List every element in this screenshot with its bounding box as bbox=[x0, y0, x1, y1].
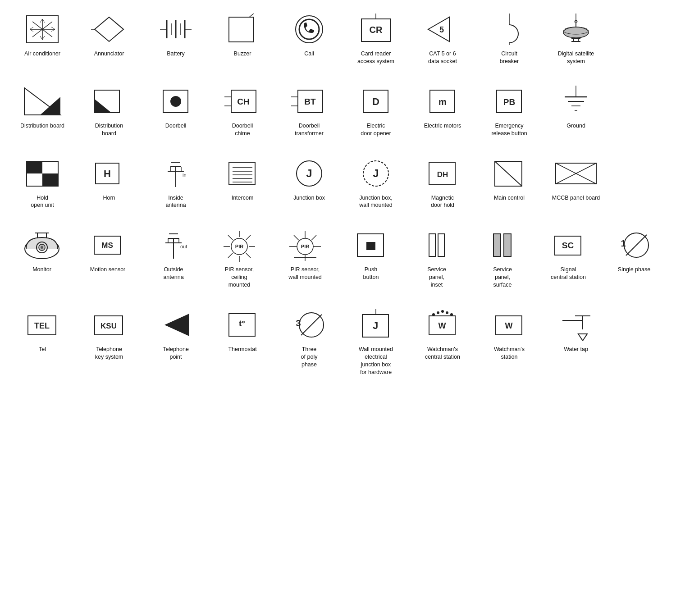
water-tap-label: Water tap bbox=[564, 346, 588, 353]
svg-text:H: H bbox=[104, 168, 111, 179]
three-poly-icon: 3 bbox=[284, 307, 334, 343]
symbol-tel: TEL Tel bbox=[9, 305, 76, 379]
svg-text:t°: t° bbox=[239, 319, 245, 328]
distribution-board-1-icon bbox=[18, 83, 67, 119]
symbol-junction-box-wall: J Junction box,wall mounted bbox=[343, 153, 409, 212]
svg-rect-136 bbox=[504, 234, 511, 256]
emergency-release-icon: PB bbox=[484, 83, 534, 119]
symbol-call: Call bbox=[276, 9, 343, 68]
svg-line-120 bbox=[246, 235, 251, 240]
symbol-main-control: Main control bbox=[476, 153, 543, 212]
doorbell-chime-icon: CH bbox=[218, 83, 267, 119]
symbol-electric-door: D Electricdoor opener bbox=[343, 81, 409, 140]
symbol-motion-sensor: MS Motion sensor bbox=[75, 225, 141, 291]
single-phase-label: Single phase bbox=[618, 266, 650, 274]
electric-door-icon: D bbox=[351, 83, 401, 119]
intercom-icon bbox=[218, 155, 267, 192]
row-2: Distribution board Distributionboard bbox=[9, 81, 667, 140]
svg-rect-132 bbox=[366, 242, 375, 250]
svg-point-47 bbox=[170, 96, 181, 107]
svg-marker-168 bbox=[578, 334, 587, 341]
svg-marker-29 bbox=[428, 17, 449, 41]
signal-central-icon: SC bbox=[544, 227, 593, 263]
outside-antenna-label: Outsideantenna bbox=[163, 266, 183, 281]
svg-point-160 bbox=[446, 311, 448, 314]
annunciator-label: Annunciator bbox=[94, 50, 124, 58]
cat56-icon: 5 bbox=[418, 11, 467, 47]
hold-open-icon bbox=[18, 155, 67, 192]
battery-label: Battery bbox=[167, 50, 185, 58]
signal-central-label: Signalcentral station bbox=[551, 266, 586, 281]
symbol-signal-central: SC Signalcentral station bbox=[535, 225, 601, 291]
monitor-label: Monitor bbox=[32, 266, 51, 274]
svg-text:out: out bbox=[180, 244, 187, 249]
symbol-emergency-release: PB Emergencyrelease button bbox=[476, 81, 543, 140]
svg-text:BT: BT bbox=[304, 97, 316, 106]
air-conditioner-icon bbox=[18, 11, 67, 47]
symbol-grid: Air conditioner Annunciator bbox=[9, 9, 667, 392]
horn-icon: H bbox=[84, 155, 134, 192]
doorbell-label: Doorbell bbox=[165, 122, 187, 130]
inside-antenna-label: Insideantenna bbox=[165, 194, 186, 210]
svg-point-99 bbox=[41, 246, 43, 249]
symbol-doorbell-transformer: BT Doorbelltransformer bbox=[276, 81, 343, 140]
symbol-distribution-board-2: Distributionboard bbox=[76, 81, 142, 140]
symbol-outside-antenna: out Outsideantenna bbox=[141, 225, 206, 291]
telephone-key-icon: KSU bbox=[84, 307, 134, 343]
svg-text:W: W bbox=[438, 321, 446, 330]
watchman-station-icon: W bbox=[484, 307, 534, 343]
symbol-annunciator: Annunciator bbox=[76, 9, 142, 68]
svg-rect-68 bbox=[27, 161, 42, 173]
thermostat-label: Thermostat bbox=[228, 346, 256, 353]
card-reader-label: Card readeraccess system bbox=[357, 50, 394, 65]
call-icon bbox=[284, 11, 334, 47]
watchman-central-icon: W bbox=[418, 307, 467, 343]
svg-text:5: 5 bbox=[439, 25, 444, 34]
inside-antenna-icon: in bbox=[151, 155, 201, 192]
card-reader-icon: CR bbox=[351, 11, 401, 47]
svg-line-118 bbox=[228, 235, 233, 240]
doorbell-transformer-icon: BT bbox=[284, 83, 334, 119]
svg-text:J: J bbox=[373, 320, 378, 331]
electric-door-label: Electricdoor opener bbox=[361, 122, 391, 137]
circuit-breaker-label: Circuitbreaker bbox=[500, 50, 519, 65]
svg-marker-146 bbox=[164, 314, 189, 336]
row-3: Holdopen unit H Horn bbox=[9, 153, 667, 212]
svg-text:KSU: KSU bbox=[100, 322, 117, 330]
symbol-intercom: Intercom bbox=[209, 153, 276, 212]
svg-text:J: J bbox=[373, 167, 379, 179]
svg-text:3: 3 bbox=[296, 318, 301, 328]
symbol-doorbell: Doorbell bbox=[142, 81, 209, 140]
push-button-icon bbox=[346, 227, 396, 263]
magnetic-door-icon: DH bbox=[418, 155, 467, 192]
buzzer-label: Buzzer bbox=[234, 50, 251, 58]
svg-text:PB: PB bbox=[503, 97, 515, 107]
pir-wall-label: PIR sensor,wall mounted bbox=[288, 266, 322, 281]
pir-wall-icon: PIR bbox=[280, 227, 330, 263]
svg-text:D: D bbox=[372, 96, 379, 107]
mccb-panel-icon bbox=[551, 155, 601, 192]
junction-box-wall-icon: J bbox=[351, 155, 401, 192]
junction-box-wall-label: Junction box,wall mounted bbox=[359, 194, 393, 210]
svg-text:CR: CR bbox=[370, 25, 383, 35]
symbol-push-button: Pushbutton bbox=[338, 225, 404, 291]
doorbell-icon bbox=[151, 83, 201, 119]
svg-rect-79 bbox=[229, 162, 255, 185]
junction-box-label: Junction box bbox=[293, 194, 325, 202]
svg-line-150 bbox=[301, 315, 322, 335]
symbol-single-phase: 1 Single phase bbox=[601, 225, 667, 291]
symbol-distribution-board-1: Distribution board bbox=[9, 81, 76, 140]
thermostat-icon: t° bbox=[218, 307, 267, 343]
tel-icon: TEL bbox=[18, 307, 67, 343]
water-tap-icon bbox=[551, 307, 601, 343]
symbol-mccb-panel: MCCB panel board bbox=[543, 153, 609, 212]
electric-motors-label: Electric motors bbox=[424, 122, 461, 130]
telephone-point-icon bbox=[151, 307, 201, 343]
svg-rect-134 bbox=[438, 234, 444, 256]
svg-line-23 bbox=[249, 14, 254, 17]
symbol-pir-ceiling: PIR PIR sensor,ceilingmounted bbox=[206, 225, 272, 291]
svg-point-157 bbox=[432, 313, 435, 316]
svg-point-158 bbox=[437, 311, 439, 314]
annunciator-icon bbox=[84, 11, 134, 47]
svg-text:TEL: TEL bbox=[34, 321, 50, 330]
